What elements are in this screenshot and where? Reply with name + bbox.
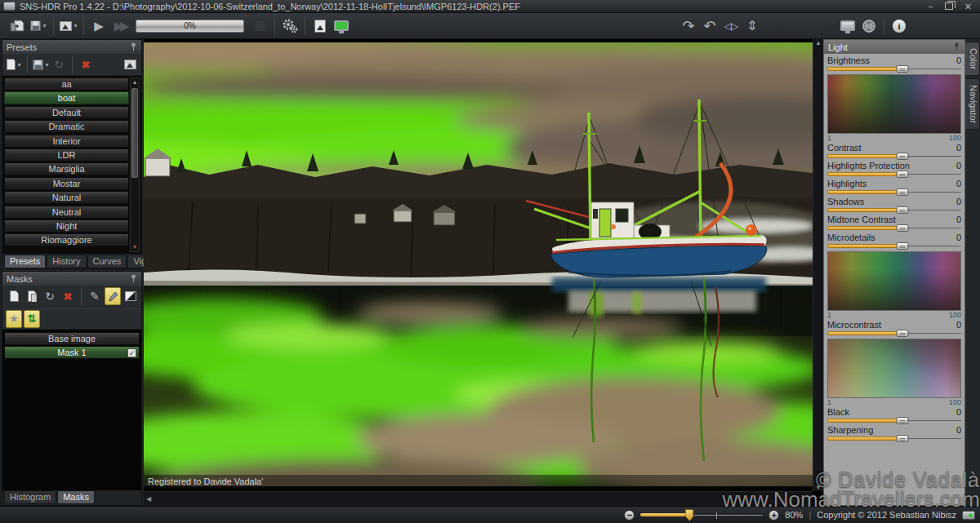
- microcontrast-gradient-preview[interactable]: [827, 339, 961, 398]
- pin-icon[interactable]: [953, 42, 960, 51]
- close-button[interactable]: ✕: [964, 1, 972, 12]
- tab-navigator[interactable]: Navigator: [965, 78, 980, 130]
- save-dropdown-caret[interactable]: ▾: [42, 22, 46, 29]
- preset-item-selected[interactable]: boat: [4, 91, 129, 104]
- mask-gradient-icon: [125, 291, 136, 301]
- open-button[interactable]: [7, 16, 27, 37]
- highlights-slider[interactable]: [827, 188, 961, 197]
- save-button[interactable]: ▾: [29, 16, 48, 37]
- tab-color[interactable]: Color: [965, 42, 980, 76]
- slider-handle[interactable]: [896, 153, 908, 160]
- favorite-mask-button[interactable]: ★: [6, 310, 22, 328]
- slider-handle[interactable]: [896, 224, 908, 232]
- batch-process-button[interactable]: ▶▶: [110, 16, 130, 37]
- zoom-in-button[interactable]: +: [768, 510, 779, 521]
- slider-handle[interactable]: [896, 65, 908, 73]
- slider-handle[interactable]: [896, 206, 908, 214]
- canvas-vertical-scrollbar[interactable]: ▲ ▼: [813, 39, 823, 491]
- preset-thumbnail-button[interactable]: [122, 55, 138, 73]
- new-mask-button[interactable]: [6, 287, 22, 305]
- preset-item[interactable]: aa: [4, 78, 129, 91]
- refresh-presets-button[interactable]: ↻: [51, 55, 67, 73]
- image-preview[interactable]: Registered to Davide Vadala': [144, 39, 813, 491]
- new-preset-button[interactable]: ▾: [6, 55, 22, 73]
- slider-handle[interactable]: [896, 435, 908, 442]
- tab-masks[interactable]: Masks: [57, 490, 95, 504]
- new-preset-caret[interactable]: ▾: [17, 61, 20, 69]
- undo-button[interactable]: ↶: [700, 16, 719, 37]
- black-slider[interactable]: [827, 417, 961, 425]
- stop-button[interactable]: [250, 16, 270, 37]
- slider-handle[interactable]: [896, 171, 908, 178]
- pin-icon[interactable]: [130, 42, 137, 51]
- microcontrast-slider[interactable]: [827, 330, 961, 338]
- preview-file-button[interactable]: [310, 16, 330, 37]
- shadows-slider[interactable]: [827, 206, 961, 215]
- preset-item[interactable]: Marsiglia: [4, 162, 129, 175]
- website-button[interactable]: [859, 16, 879, 37]
- brush-tool-button[interactable]: [105, 287, 121, 305]
- process-button[interactable]: ▶: [89, 16, 109, 37]
- about-button[interactable]: i: [889, 16, 909, 37]
- delete-mask-button[interactable]: ✖: [60, 287, 76, 305]
- save-preset-caret[interactable]: ▾: [45, 61, 48, 69]
- delete-preset-button[interactable]: ✖: [78, 55, 94, 73]
- flip-horizontal-button[interactable]: ◁▷: [721, 16, 741, 37]
- tab-history[interactable]: History: [47, 255, 86, 268]
- zoom-out-button[interactable]: −: [624, 510, 635, 521]
- zoom-slider[interactable]: [640, 509, 763, 521]
- preset-item[interactable]: Riomaggiore: [4, 233, 129, 246]
- pin-icon[interactable]: [130, 274, 137, 283]
- refresh-mask-button[interactable]: ↻: [42, 287, 58, 305]
- preset-item[interactable]: Night: [4, 219, 129, 233]
- canvas-horizontal-scrollbar[interactable]: ◀: [144, 491, 813, 506]
- scroll-down-icon[interactable]: ▼: [815, 484, 822, 491]
- preset-item[interactable]: Mostar: [4, 177, 129, 190]
- scroll-up-icon[interactable]: ▲: [132, 78, 138, 86]
- contrast-slider[interactable]: [827, 153, 961, 161]
- preset-item[interactable]: LDR: [4, 148, 129, 162]
- preset-item[interactable]: Interior: [4, 135, 129, 148]
- mask-item-base-image[interactable]: Base image: [4, 332, 140, 345]
- pen-tool-button[interactable]: ✎: [87, 287, 103, 305]
- scroll-left-icon[interactable]: ◀: [146, 495, 151, 503]
- restore-button[interactable]: [945, 2, 953, 10]
- duplicate-mask-button[interactable]: [24, 287, 40, 305]
- scrollbar-thumb[interactable]: [131, 88, 138, 178]
- tab-histogram[interactable]: Histogram: [4, 490, 56, 504]
- preset-item[interactable]: Dramatic: [4, 120, 129, 133]
- brightness-gradient-preview[interactable]: [827, 74, 961, 134]
- mask-item-mask1[interactable]: Mask 1 ✓: [4, 346, 140, 359]
- slider-handle[interactable]: [896, 330, 908, 337]
- redo-button[interactable]: ↷: [679, 16, 698, 37]
- scroll-up-icon[interactable]: ▲: [815, 39, 822, 47]
- zoom-slider-handle[interactable]: [685, 509, 694, 521]
- slider-handle[interactable]: [896, 417, 908, 424]
- mask-visibility-checkbox[interactable]: ✓: [127, 348, 136, 357]
- presets-scrollbar[interactable]: ▲ ▼: [130, 78, 140, 252]
- flip-vertical-button[interactable]: ⇕: [742, 16, 762, 37]
- preset-item[interactable]: Natural: [4, 191, 129, 204]
- export-image-button[interactable]: ▾: [59, 16, 78, 37]
- minimize-button[interactable]: −: [928, 1, 933, 12]
- fullscreen-preview-button[interactable]: [332, 16, 351, 37]
- midtone-contrast-slider[interactable]: [827, 224, 961, 233]
- sync-mask-button[interactable]: ⇅: [24, 310, 40, 328]
- microdetails-slider[interactable]: [827, 242, 961, 250]
- brightness-slider[interactable]: [827, 65, 961, 73]
- slider-handle[interactable]: [896, 242, 908, 250]
- save-preset-button[interactable]: ▾: [33, 55, 49, 73]
- gradient-mask-button[interactable]: [122, 287, 139, 305]
- tab-presets[interactable]: Presets: [4, 255, 46, 268]
- scroll-down-icon[interactable]: ▼: [132, 243, 138, 251]
- image-dropdown-caret[interactable]: ▾: [74, 22, 77, 29]
- microdetails-gradient-preview[interactable]: [827, 251, 961, 311]
- slider-handle[interactable]: [896, 188, 908, 196]
- highlights-protection-slider[interactable]: [827, 171, 961, 179]
- sharpening-slider[interactable]: [827, 435, 961, 443]
- tab-curves[interactable]: Curves: [87, 255, 127, 268]
- settings-button[interactable]: [280, 16, 300, 37]
- display-profile-button[interactable]: [838, 16, 858, 37]
- preset-item[interactable]: Neutral: [4, 206, 129, 219]
- preset-item[interactable]: Default: [4, 106, 129, 119]
